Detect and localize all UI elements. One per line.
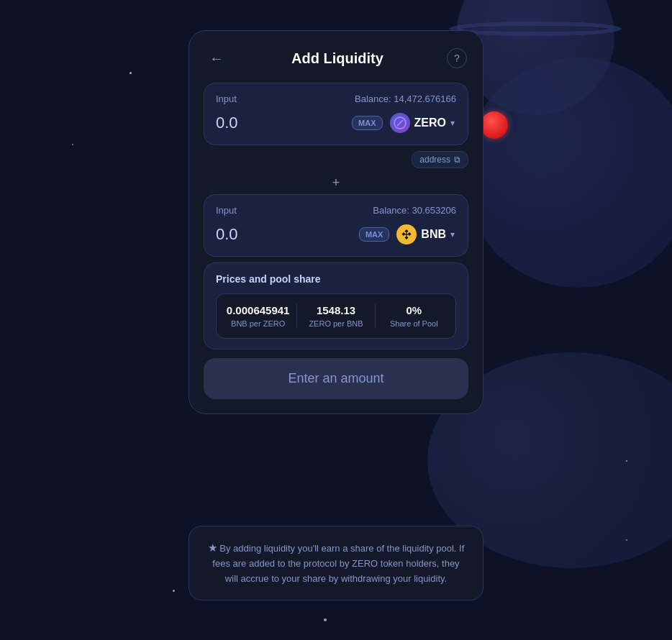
help-button[interactable]: ? (447, 48, 467, 68)
address-label: address (419, 155, 450, 165)
star-decoration (626, 460, 627, 462)
zero-chevron-icon: ▾ (450, 118, 455, 128)
bnb-token-selector[interactable]: BNB ▾ (395, 223, 456, 246)
zero-amount-input[interactable] (216, 114, 288, 132)
address-badge[interactable]: address ⧉ (412, 151, 468, 168)
pool-stat-divider-1 (296, 304, 297, 328)
page-title: Add Liquidity (228, 50, 447, 67)
bnb-chevron-icon: ▾ (450, 229, 455, 239)
bnb-logo-svg (400, 228, 413, 241)
zero-balance: Balance: 14,472.676166 (355, 93, 456, 104)
plus-divider: + (204, 171, 468, 194)
bnb-input-bottom-row: MAX BNB ▾ (216, 223, 456, 246)
star-decoration (324, 618, 327, 621)
address-row: address ⧉ (204, 151, 468, 168)
pool-stat-value-0: 0.000645941 (222, 304, 294, 316)
zero-logo-svg (394, 116, 407, 129)
zero-input-section: Input Balance: 14,472.676166 MAX ZERO ▾ (204, 83, 468, 145)
bnb-balance: Balance: 30.653206 (373, 205, 456, 216)
pool-stat-label-1: ZERO per BNB (300, 319, 371, 328)
star-decoration (173, 590, 175, 592)
zero-input-bottom-row: MAX ZERO ▾ (216, 111, 456, 134)
star-icon: ★ (208, 541, 217, 554)
zero-input-top-row: Input Balance: 14,472.676166 (216, 93, 456, 104)
info-text: ★ By adding liquidity you'll earn a shar… (206, 539, 466, 587)
bnb-amount-input[interactable] (216, 225, 288, 244)
zero-input-label: Input (216, 93, 237, 104)
pool-stats-grid: 0.000645941 BNB per ZERO 1548.13 ZERO pe… (216, 293, 456, 339)
bnb-input-section: Input Balance: 30.653206 MAX (204, 194, 468, 257)
pool-stat-2: 0% Share of Pool (378, 304, 450, 328)
info-card: ★ By adding liquidity you'll earn a shar… (189, 526, 483, 600)
bnb-token-icon (396, 224, 417, 244)
main-card: ← Add Liquidity ? Input Balance: 14,472.… (189, 30, 483, 414)
star-decoration (626, 539, 627, 541)
pool-section-title: Prices and pool share (216, 273, 456, 285)
bnb-input-label: Input (216, 205, 237, 216)
pool-stat-label-2: Share of Pool (378, 319, 450, 328)
zero-token-selector[interactable]: ZERO ▾ (389, 111, 456, 134)
card-header: ← Add Liquidity ? (204, 48, 468, 68)
pool-stat-value-2: 0% (378, 304, 450, 316)
pool-stat-0: 0.000645941 BNB per ZERO (222, 304, 294, 328)
zero-token-right: MAX ZERO ▾ (352, 111, 456, 134)
star-decoration (72, 144, 73, 145)
bnb-input-top-row: Input Balance: 30.653206 (216, 205, 456, 216)
red-dot-indicator (481, 111, 508, 139)
bnb-token-right: MAX BNB ▾ (359, 223, 456, 246)
star-decoration (130, 72, 132, 74)
bnb-token-name: BNB (421, 228, 446, 241)
pool-stat-1: 1548.13 ZERO per BNB (300, 304, 371, 328)
back-button[interactable]: ← (205, 50, 228, 67)
zero-max-button[interactable]: MAX (352, 116, 382, 130)
pool-stat-label-0: BNB per ZERO (222, 319, 294, 328)
pool-section: Prices and pool share 0.000645941 BNB pe… (204, 262, 468, 349)
bnb-max-button[interactable]: MAX (359, 227, 389, 242)
zero-token-icon (390, 113, 410, 133)
zero-token-name: ZERO (414, 116, 446, 129)
pool-stat-value-1: 1548.13 (300, 304, 371, 316)
enter-amount-button[interactable]: Enter an amount (204, 358, 468, 399)
pool-stat-divider-2 (375, 304, 376, 328)
copy-icon: ⧉ (454, 155, 460, 165)
